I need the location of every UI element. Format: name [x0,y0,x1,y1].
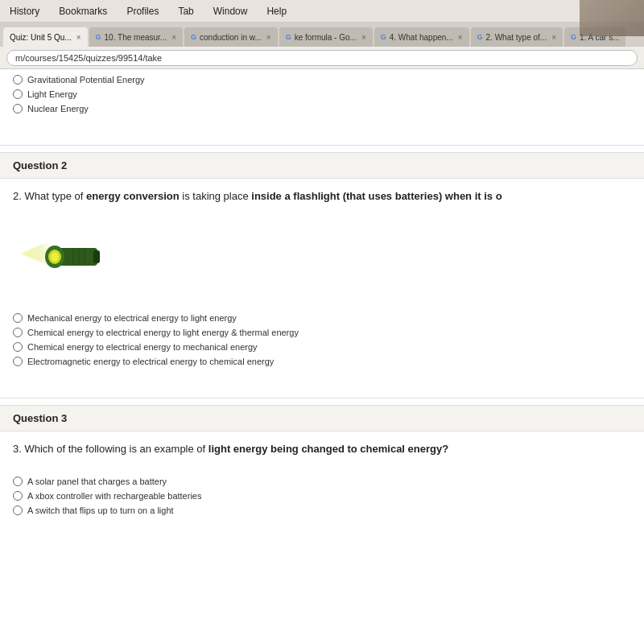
question-2-body: 2. What type of energy conversion is tak… [0,179,644,219]
prev-answer-0-text: Gravitational Potential Energy [27,75,145,85]
q2-num: 2. [13,190,22,202]
question-3-section: Question 3 3. Which of the following is … [0,405,644,525]
tab-2-close[interactable]: × [266,33,271,42]
tab-2-label: conduction in w... [200,33,262,42]
tab-5-google-icon: G [477,33,483,41]
q3-option-0: A solar panel that charges a battery [13,474,631,489]
tab-3-google-icon: G [286,33,291,41]
q2-bold2: inside a flashlight (that uses batteries… [251,190,502,202]
question-2-text: 2. What type of energy conversion is tak… [13,188,631,204]
menu-profiles[interactable]: Profiles [123,4,162,19]
tab-0[interactable]: Quiz: Unit 5 Qu... × [3,27,88,47]
tab-0-close[interactable]: × [76,33,81,42]
flashlight-image [13,225,109,298]
tab-5[interactable]: G 2. What type of... × [471,27,563,47]
question-3-body: 3. Which of the following is an example … [0,431,644,472]
q3-option-1: A xbox controller with rechargeable batt… [13,489,631,503]
radio-prev-0[interactable] [13,75,23,85]
radio-q3-0[interactable] [13,477,23,486]
svg-rect-8 [93,250,100,263]
radio-q2-1[interactable] [13,328,23,337]
corner-photo [580,0,644,36]
prev-answer-0: Gravitational Potential Energy [13,72,631,87]
tab-3[interactable]: G ke formula - Go... × [279,27,373,47]
q2-options: Mechanical energy to electrical energy t… [0,308,644,375]
q3-text: Which of the following is an example of [24,443,208,455]
prev-answer-2-text: Nuclear Energy [27,104,89,114]
q3-num: 3. [13,443,22,455]
tab-1-google-icon: G [96,33,101,41]
tab-4-google-icon: G [381,33,386,41]
tab-5-label: 2. What type of... [486,33,547,42]
radio-q2-2[interactable] [13,342,23,352]
tab-2-google-icon: G [191,33,196,41]
flashlight-container [0,219,644,308]
tab-2[interactable]: G conduction in w... × [184,27,278,47]
question-3-text: 3. Which of the following is an example … [13,441,631,457]
q2-option-0: Mechanical energy to electrical energy t… [13,311,631,325]
q3-option-2-text: A switch that flips up to turn on a ligh… [27,506,174,515]
q2-option-3: Electromagnetic energy to electrical ene… [13,354,631,369]
tab-6-google-icon: G [571,33,576,41]
divider-2 [0,398,644,398]
page-content: Gravitational Potential Energy Light Ene… [0,69,644,644]
tab-1[interactable]: G 10. The measur... × [89,27,184,47]
menu-history[interactable]: History [6,4,43,19]
q3-option-0-text: A solar panel that charges a battery [27,477,167,486]
q2-option-2: Chemical energy to electrical energy to … [13,340,631,354]
q2-option-1-text: Chemical energy to electrical energy to … [27,328,299,337]
radio-q3-1[interactable] [13,491,23,501]
menu-tab[interactable]: Tab [175,4,196,19]
q3-option-2: A switch that flips up to turn on a ligh… [13,503,631,518]
prev-answer-2: Nuclear Energy [13,101,631,116]
menu-window[interactable]: Window [210,4,251,19]
radio-q3-2[interactable] [13,506,23,515]
browser-window: History Bookmarks Profiles Tab Window He… [0,0,644,644]
tab-3-close[interactable]: × [361,33,366,42]
menu-bar: History Bookmarks Profiles Tab Window He… [0,0,644,23]
tabs-bar: Quiz: Unit 5 Qu... × G 10. The measur...… [0,23,644,47]
address-input[interactable] [6,50,638,66]
question-3-header: Question 3 [0,405,644,431]
q2-text-start: What type of [24,190,86,202]
radio-q2-3[interactable] [13,357,23,366]
tab-4[interactable]: G 4. What happen... × [374,27,469,47]
q2-option-2-text: Chemical energy to electrical energy to … [27,342,258,352]
prev-answer-1: Light Energy [13,87,631,101]
radio-q2-0[interactable] [13,313,23,323]
q2-text-mid: is taking place [180,190,252,202]
q2-option-0-text: Mechanical energy to electrical energy t… [27,313,237,323]
address-bar [0,47,644,69]
menu-bookmarks[interactable]: Bookmarks [56,4,110,19]
svg-point-4 [51,252,59,262]
q2-bold1: energy conversion [86,190,180,202]
radio-prev-1[interactable] [13,89,23,99]
tab-0-label: Quiz: Unit 5 Qu... [10,33,72,42]
menu-help[interactable]: Help [263,4,290,19]
prev-question-answers: Gravitational Potential Energy Light Ene… [0,69,644,122]
tab-1-close[interactable]: × [171,33,176,42]
tab-3-label: ke formula - Go... [295,33,357,42]
tab-4-close[interactable]: × [458,33,463,42]
q3-bold: light energy being changed to chemical e… [208,443,448,455]
q3-option-1-text: A xbox controller with rechargeable batt… [27,491,201,501]
q3-options: A solar panel that charges a battery A x… [0,471,644,524]
question-2-header: Question 2 [0,152,644,179]
tab-5-close[interactable]: × [551,33,556,42]
prev-answer-1-text: Light Energy [27,89,77,99]
q2-option-3-text: Electromagnetic energy to electrical ene… [27,357,274,366]
tab-4-label: 4. What happen... [390,33,453,42]
divider-1 [0,145,644,146]
q2-option-1: Chemical energy to electrical energy to … [13,325,631,340]
radio-prev-2[interactable] [13,104,23,114]
question-2-section: Question 2 2. What type of energy conver… [0,152,644,375]
tab-1-label: 10. The measur... [105,33,167,42]
